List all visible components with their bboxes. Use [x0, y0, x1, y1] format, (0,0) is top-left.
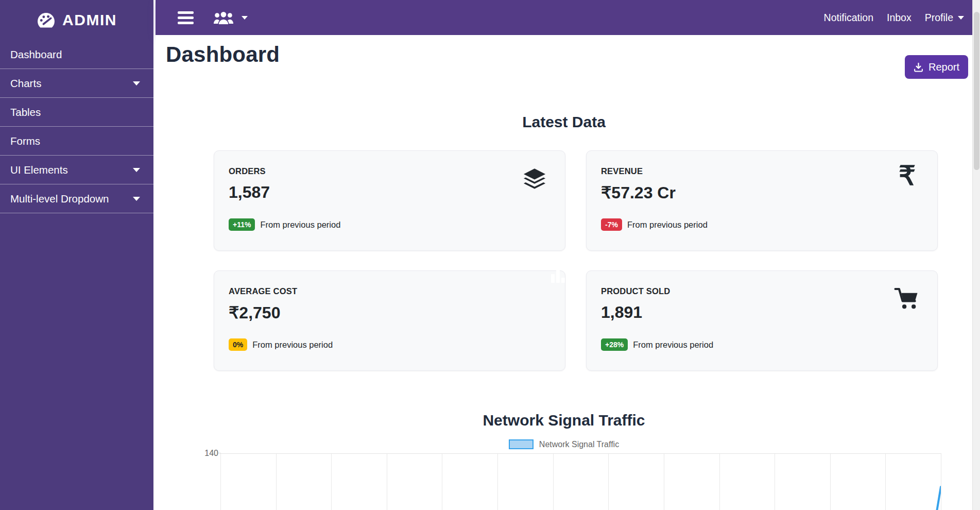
legend-label: Network Signal Traffic — [539, 440, 619, 449]
stat-change-badge: 0% — [229, 338, 247, 351]
sidebar-item-ui-elements[interactable]: UI Elements — [0, 156, 153, 184]
sidebar-item-label: Dashboard — [10, 48, 62, 61]
stat-card-note: From previous period — [627, 220, 708, 230]
download-icon — [914, 62, 923, 72]
users-dropdown-button[interactable] — [213, 10, 248, 25]
stat-card-label: PRODUCT SOLD — [601, 286, 923, 296]
sidebar-item-dashboard[interactable]: Dashboard — [0, 40, 153, 69]
stat-change-badge: +11% — [229, 218, 255, 231]
y-axis-tick-label: 140 — [201, 449, 218, 458]
chevron-down-icon — [133, 197, 140, 201]
stat-change-badge: -7% — [601, 218, 622, 231]
latest-data-heading: Latest Data — [156, 113, 972, 131]
chevron-down-icon — [133, 81, 140, 86]
stat-card-revenue: REVENUE ₹57.23 Cr -7% From previous peri… — [586, 150, 938, 251]
stat-card-value: ₹2,750 — [229, 303, 551, 322]
stat-card-note: From previous period — [260, 220, 340, 230]
main-content: Dashboard Report Latest Data ORDERS 1,58… — [156, 35, 972, 510]
stat-card-value: 1,891 — [601, 303, 923, 322]
sidebar-item-label: Multi-level Dropdown — [10, 193, 109, 205]
layers-icon — [523, 167, 546, 192]
stat-card-label: AVERAGE COST — [229, 286, 551, 296]
stat-card-average-cost: AVERAGE COST ₹2,750 0% From previous per… — [214, 270, 565, 371]
page-title: Dashboard — [166, 42, 280, 67]
chart-title: Network Signal Traffic — [156, 412, 972, 429]
sidebar-menu: Dashboard Charts Tables Forms UI Element… — [0, 40, 153, 213]
chevron-down-icon — [133, 168, 140, 172]
stat-change-badge: +28% — [601, 338, 628, 351]
stat-card-orders: ORDERS 1,587 +11% From previous period — [214, 150, 565, 251]
chart-line — [220, 454, 941, 510]
brand-name: ADMIN — [62, 11, 117, 29]
sidebar-item-forms[interactable]: Forms — [0, 127, 153, 156]
top-navbar: Notification Inbox Profile — [156, 0, 972, 35]
chart-legend-item[interactable]: Network Signal Traffic — [156, 439, 972, 449]
sidebar: ADMIN Dashboard Charts Tables Forms UI E… — [0, 0, 154, 510]
legend-swatch — [509, 439, 534, 449]
cart-icon — [894, 287, 919, 312]
stat-card-label: ORDERS — [229, 166, 551, 176]
gauge-icon — [37, 12, 56, 29]
sidebar-item-charts[interactable]: Charts — [0, 69, 153, 98]
hamburger-icon — [178, 11, 194, 14]
scrollbar-track[interactable] — [972, 0, 980, 510]
sidebar-item-label: UI Elements — [10, 164, 68, 176]
report-button-label: Report — [929, 61, 959, 73]
app-window: ADMIN Dashboard Charts Tables Forms UI E… — [0, 0, 980, 510]
stat-card-note: From previous period — [633, 340, 713, 350]
sidebar-item-label: Forms — [10, 135, 40, 147]
users-icon — [213, 10, 234, 25]
chart-plot-area — [220, 453, 941, 510]
sidebar-item-label: Tables — [10, 106, 41, 118]
nav-profile[interactable]: Profile — [925, 12, 964, 24]
nav-inbox[interactable]: Inbox — [887, 12, 912, 24]
stat-card-label: REVENUE — [601, 166, 923, 176]
scrollbar-thumb[interactable] — [974, 12, 979, 170]
stat-card-value: ₹57.23 Cr — [601, 183, 923, 202]
stat-card-note: From previous period — [252, 340, 333, 350]
rupee-icon: ₹ — [899, 162, 916, 189]
menu-toggle-button[interactable] — [178, 11, 194, 24]
sidebar-item-tables[interactable]: Tables — [0, 98, 153, 127]
report-button[interactable]: Report — [905, 55, 968, 79]
chevron-down-icon — [242, 16, 248, 20]
stat-card-product-sold: PRODUCT SOLD 1,891 +28% From previous pe… — [586, 270, 938, 371]
sidebar-item-label: Charts — [10, 77, 41, 90]
brand[interactable]: ADMIN — [0, 0, 153, 40]
stat-cards: ORDERS 1,587 +11% From previous period R… — [214, 150, 938, 371]
sidebar-item-multilevel-dropdown[interactable]: Multi-level Dropdown — [0, 184, 153, 213]
nav-notification[interactable]: Notification — [824, 12, 873, 24]
navbar-links: Notification Inbox Profile — [824, 12, 964, 24]
stat-card-value: 1,587 — [229, 183, 551, 202]
chevron-down-icon — [958, 16, 964, 20]
